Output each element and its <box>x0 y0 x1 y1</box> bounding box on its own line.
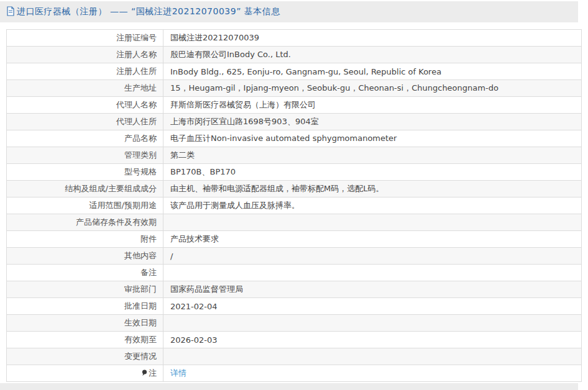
row-value: 拜斯倍斯医疗器械贸易（上海）有限公司 <box>163 97 582 114</box>
row-label: 批准日期 <box>124 301 157 311</box>
row-value: 2026-02-03 <box>163 332 582 348</box>
section-header-bar: 进口医疗器械（注册） —— “国械注进20212070039” 基本信息 <box>0 1 578 22</box>
row-label: 产品名称 <box>124 134 157 143</box>
basic-info-table: 注册证编号 国械注进20212070039 注册人名称 殷巴迪有限公司InBod… <box>6 29 582 382</box>
table-row: 适用范围/预期用途 该产品用于测量成人血压及脉搏率。 <box>7 197 582 214</box>
row-value: 第二类 <box>163 147 582 164</box>
table-row: 代理人住所 上海市闵行区宜山路1698号903、904室 <box>7 114 582 130</box>
details-link[interactable]: 详情 <box>170 368 186 378</box>
table-row: 生产地址 15，Heugam-gil，Ipjang-myeon，Seobuk-g… <box>7 80 582 97</box>
document-icon <box>6 6 15 19</box>
row-value: 上海市闵行区宜山路1698号903、904室 <box>163 114 582 130</box>
page: 进口医疗器械（注册） —— “国械注进20212070039” 基本信息 注册证… <box>0 0 588 390</box>
row-value: BP170B、BP170 <box>163 164 582 181</box>
row-value <box>163 348 582 365</box>
row-label: 注册人住所 <box>116 66 157 76</box>
row-label: 其他内容 <box>124 251 157 260</box>
row-value: 2021-02-04 <box>163 298 582 315</box>
table-row: 变更情况 <box>7 348 582 365</box>
row-label: 附件 <box>140 234 157 243</box>
row-value: / <box>163 248 582 265</box>
table-row: 注册证编号 国械注进20212070039 <box>7 30 582 47</box>
row-value: 详情 <box>163 365 582 382</box>
row-value: 殷巴迪有限公司InBody Co., Ltd. <box>163 47 582 63</box>
table-row: 型号规格 BP170B、BP170 <box>7 164 582 181</box>
row-label: 备注 <box>140 268 157 277</box>
row-label: 代理人名称 <box>116 100 157 109</box>
table-row: 管理类别 第二类 <box>7 147 582 164</box>
row-value <box>163 315 582 332</box>
info-table-body: 注册证编号 国械注进20212070039 注册人名称 殷巴迪有限公司InBod… <box>7 30 582 382</box>
row-label: 产品储存条件及有效期 <box>76 217 157 227</box>
row-label: 有效期至 <box>124 335 157 344</box>
row-label: 适用范围/预期用途 <box>90 201 157 210</box>
row-label: 变更情况 <box>124 351 157 361</box>
table-row: 备注 <box>7 265 582 281</box>
row-label: 注册人名称 <box>116 50 157 59</box>
row-value: 电子血压计Non-invasive automated sphygmomanom… <box>163 130 582 147</box>
table-row: 产品名称 电子血压计Non-invasive automated sphygmo… <box>7 130 582 147</box>
row-label: 注册证编号 <box>116 33 157 42</box>
table-row: 注册人住所 InBody Bldg., 625, Eonju-ro, Gangn… <box>7 63 582 80</box>
table-row: 审批部门 国家药品监督管理局 <box>7 281 582 298</box>
row-value: 15，Heugam-gil，Ipjang-myeon，Seobuk-gu，Che… <box>163 80 582 97</box>
row-value: 该产品用于测量成人血压及脉搏率。 <box>163 197 582 214</box>
note-pin-icon <box>142 369 147 378</box>
table-row: 附件 产品技术要求 <box>7 231 582 248</box>
table-row: 产品储存条件及有效期 <box>7 214 582 231</box>
row-label: 代理人住所 <box>116 117 157 126</box>
row-value: 国械注进20212070039 <box>163 30 582 47</box>
table-row: 代理人名称 拜斯倍斯医疗器械贸易（上海）有限公司 <box>7 97 582 114</box>
row-label: 生效日期 <box>124 318 157 327</box>
page-title: 进口医疗器械（注册） —— “国械注进20212070039” 基本信息 <box>17 6 280 17</box>
table-row: 其他内容 / <box>7 248 582 265</box>
table-row: 生效日期 <box>7 315 582 332</box>
table-row: 批准日期 2021-02-04 <box>7 298 582 315</box>
table-row: 有效期至 2026-02-03 <box>7 332 582 348</box>
row-label: 注 <box>149 368 157 378</box>
row-label: 生产地址 <box>124 83 157 93</box>
row-value: InBody Bldg., 625, Eonju-ro, Gangnam-gu,… <box>163 63 582 80</box>
table-row: 注册人名称 殷巴迪有限公司InBody Co., Ltd. <box>7 47 582 63</box>
table-row: 注 详情 <box>7 365 582 382</box>
row-value <box>163 214 582 231</box>
row-label: 结构及组成/主要组成成分 <box>65 184 157 193</box>
table-row: 结构及组成/主要组成成分 由主机、袖带和电源适配器组成，袖带标配M码，选配L码。 <box>7 181 582 197</box>
row-value <box>163 265 582 281</box>
row-value: 由主机、袖带和电源适配器组成，袖带标配M码，选配L码。 <box>163 181 582 197</box>
footer-section-edge <box>0 383 578 390</box>
row-label: 管理类别 <box>124 150 157 160</box>
row-value: 国家药品监督管理局 <box>163 281 582 298</box>
row-value: 产品技术要求 <box>163 231 582 248</box>
row-label: 审批部门 <box>124 284 157 294</box>
row-label: 型号规格 <box>124 167 157 176</box>
